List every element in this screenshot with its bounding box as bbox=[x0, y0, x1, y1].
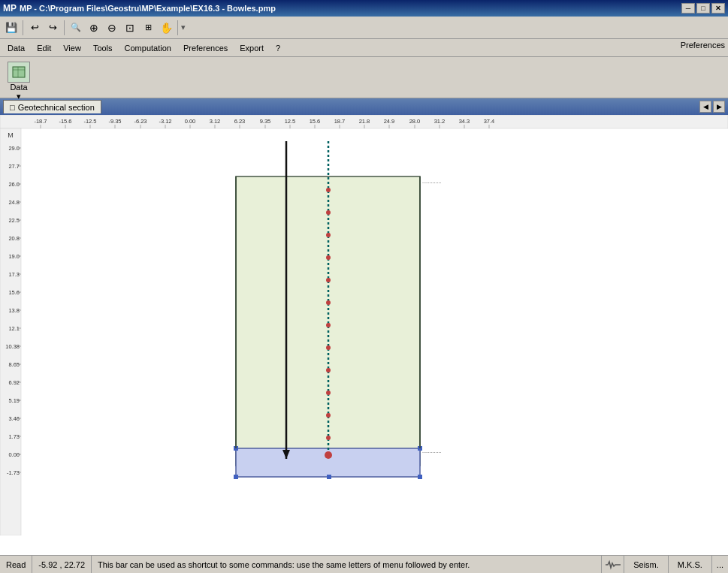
mks-label: M.K.S. bbox=[678, 560, 702, 569]
extra-status-button[interactable]: ... bbox=[711, 556, 728, 574]
nav-prev-button[interactable]: ◀ bbox=[699, 101, 711, 113]
svg-text:34.3: 34.3 bbox=[459, 118, 470, 125]
status-coordinates: -5.92 , 22.72 bbox=[32, 556, 92, 573]
svg-point-81 bbox=[326, 188, 331, 192]
svg-text:19.0: 19.0 bbox=[8, 253, 20, 260]
redo-button[interactable]: ↪ bbox=[44, 20, 61, 36]
svg-text:-18.7: -18.7 bbox=[34, 118, 47, 125]
svg-text:0.00: 0.00 bbox=[185, 118, 196, 125]
window-title: MP - C:\Program Files\Geostru\MP\Example… bbox=[20, 4, 276, 13]
svg-text:21.8: 21.8 bbox=[359, 118, 370, 125]
seism-icon-area bbox=[601, 556, 624, 574]
svg-text:31.2: 31.2 bbox=[434, 118, 446, 125]
svg-text:3.46: 3.46 bbox=[8, 415, 20, 422]
seism-button[interactable]: Seism. bbox=[624, 556, 668, 574]
toolbar: 💾 ↩ ↪ 🔍 ⊕ ⊖ ⊡ ⊞ ✋ ▾ bbox=[0, 17, 728, 39]
svg-text:8.65: 8.65 bbox=[8, 361, 20, 368]
svg-point-82 bbox=[326, 210, 331, 215]
svg-text:18.7: 18.7 bbox=[334, 118, 346, 125]
toolbar-separator-2 bbox=[64, 20, 65, 35]
zoom-in-button[interactable]: ⊕ bbox=[86, 20, 102, 36]
handle-bl bbox=[234, 475, 238, 479]
svg-point-92 bbox=[326, 436, 331, 440]
menu-tools[interactable]: Tools bbox=[87, 40, 119, 56]
maximize-button[interactable]: □ bbox=[696, 3, 710, 14]
svg-text:20.8: 20.8 bbox=[8, 235, 20, 242]
svg-text:12.1: 12.1 bbox=[8, 325, 20, 332]
svg-text:0.00: 0.00 bbox=[8, 451, 20, 458]
svg-point-87 bbox=[326, 323, 331, 327]
statusbar: Read -5.92 , 22.72 This bar can be used … bbox=[0, 555, 728, 573]
section-tab-icon: □ bbox=[10, 103, 15, 112]
svg-point-93 bbox=[325, 451, 332, 459]
section-nav: ◀ ▶ bbox=[699, 101, 725, 113]
svg-text:-3.12: -3.12 bbox=[159, 118, 171, 125]
svg-text:28.0: 28.0 bbox=[409, 118, 421, 125]
minimize-button[interactable]: ─ bbox=[681, 3, 695, 14]
svg-text:15.6: 15.6 bbox=[8, 289, 20, 296]
zoom-window-button[interactable]: 🔍 bbox=[68, 20, 84, 36]
data-panel-button[interactable]: Data ▾ bbox=[3, 60, 35, 103]
svg-text:-9.35: -9.35 bbox=[108, 118, 121, 125]
svg-text:9.35: 9.35 bbox=[260, 118, 271, 125]
svg-point-90 bbox=[326, 391, 331, 395]
app-icon: MP bbox=[3, 3, 17, 14]
geotechnical-section: M -18.7 -15.6 -12.5 -9.35 -6.23 -3.12 0.… bbox=[0, 115, 728, 555]
data-panel: Data ▾ bbox=[0, 57, 728, 98]
data-icon bbox=[8, 62, 30, 83]
zoom-fit-button[interactable]: ⊡ bbox=[122, 20, 138, 36]
zoom-custom-button[interactable]: ⊞ bbox=[140, 20, 156, 36]
hint-text: This bar can be used as shortcut to some… bbox=[98, 560, 470, 569]
toolbar-separator-1 bbox=[23, 20, 23, 35]
menu-preferences[interactable]: Preferences bbox=[177, 40, 234, 56]
svg-text:10.38: 10.38 bbox=[5, 343, 20, 350]
status-hint: This bar can be used as shortcut to some… bbox=[92, 556, 601, 573]
section-header: □ Geotechnical section ◀ ▶ bbox=[0, 98, 728, 115]
svg-rect-0 bbox=[13, 67, 25, 77]
svg-text:29.0: 29.0 bbox=[8, 145, 20, 152]
toolbar-extra: ▾ bbox=[181, 23, 186, 32]
section-tab-label: Geotechnical section bbox=[18, 103, 95, 112]
svg-point-86 bbox=[326, 300, 331, 305]
menu-edit[interactable]: Edit bbox=[31, 40, 57, 56]
menu-view[interactable]: View bbox=[57, 40, 87, 56]
svg-point-88 bbox=[326, 345, 331, 350]
menu-help[interactable]: ? bbox=[270, 40, 286, 56]
titlebar-left: MP MP - C:\Program Files\Geostru\MP\Exam… bbox=[3, 3, 276, 14]
status-read: Read bbox=[0, 556, 32, 573]
label-right-bottom: ............. bbox=[422, 448, 441, 454]
svg-text:27.7: 27.7 bbox=[8, 163, 20, 170]
svg-text:24.8: 24.8 bbox=[8, 199, 20, 206]
pan-button[interactable]: ✋ bbox=[158, 20, 174, 36]
mks-button[interactable]: M.K.S. bbox=[668, 556, 711, 574]
svg-text:24.9: 24.9 bbox=[384, 118, 395, 125]
svg-text:3.12: 3.12 bbox=[210, 118, 221, 125]
menubar-right-label: Preferences bbox=[681, 41, 725, 50]
svg-text:17.3: 17.3 bbox=[8, 271, 20, 278]
menu-export[interactable]: Export bbox=[234, 40, 270, 56]
svg-text:-1.73: -1.73 bbox=[7, 469, 20, 476]
label-right-top: ............. bbox=[422, 179, 441, 184]
svg-text:1.73: 1.73 bbox=[8, 433, 20, 440]
svg-text:37.4: 37.4 bbox=[484, 118, 495, 125]
seism-label: Seism. bbox=[633, 560, 659, 569]
section-tab[interactable]: □ Geotechnical section bbox=[3, 100, 101, 113]
read-label: Read bbox=[6, 560, 26, 569]
svg-point-89 bbox=[326, 368, 331, 372]
menu-computation[interactable]: Computation bbox=[119, 40, 177, 56]
svg-text:6.23: 6.23 bbox=[234, 118, 246, 125]
svg-text:6.92: 6.92 bbox=[8, 379, 20, 386]
svg-text:22.5: 22.5 bbox=[8, 217, 20, 224]
handle-bm bbox=[327, 475, 331, 479]
data-label: Data bbox=[10, 83, 27, 92]
menu-data[interactable]: Data bbox=[2, 40, 31, 56]
svg-text:15.6: 15.6 bbox=[310, 118, 321, 125]
svg-text:12.5: 12.5 bbox=[285, 118, 296, 125]
save-button[interactable]: 💾 bbox=[3, 20, 20, 36]
close-button[interactable]: ✕ bbox=[711, 3, 725, 14]
undo-button[interactable]: ↩ bbox=[26, 20, 43, 36]
nav-next-button[interactable]: ▶ bbox=[713, 101, 725, 113]
coordinates-display: -5.92 , 22.72 bbox=[38, 560, 85, 569]
zoom-out-button[interactable]: ⊖ bbox=[104, 20, 120, 36]
svg-text:-6.23: -6.23 bbox=[134, 118, 147, 125]
